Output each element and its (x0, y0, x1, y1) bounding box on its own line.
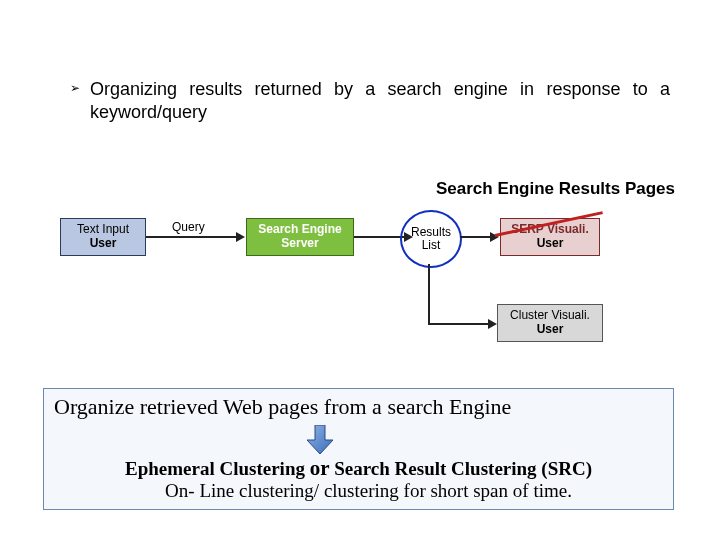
or-text: or (310, 456, 330, 480)
node-search-engine-server: Search Engine Server (246, 218, 354, 256)
summary-line-online: On- Line clustering/ clustering for shor… (44, 480, 673, 502)
summary-line-organize: Organize retrieved Web pages from a sear… (54, 394, 511, 420)
ephemeral-text-b: Search Result Clustering (SRC) (334, 458, 592, 479)
node-text-input-user: Text Input User (60, 218, 146, 256)
node-results-list: Results List (400, 210, 462, 268)
arrow-line-icon (354, 236, 404, 238)
node-label: Server (247, 237, 353, 251)
summary-line-ephemeral: Ephemeral Clustering or Search Result Cl… (44, 456, 673, 481)
node-label: Search Engine (247, 223, 353, 237)
arrow-line-icon (146, 236, 236, 238)
arrow-head-icon (488, 319, 497, 329)
flow-diagram: Text Input User Query Search Engine Serv… (60, 206, 660, 346)
svg-marker-0 (307, 425, 333, 454)
node-label: List (402, 239, 460, 252)
ephemeral-text-a: Ephemeral Clustering (125, 458, 305, 479)
serp-heading: Search Engine Results Pages (436, 179, 675, 199)
node-label: User (61, 237, 145, 251)
bullet-marker-icon: ➢ (70, 81, 80, 95)
bullet-item: ➢ Organizing results returned by a searc… (70, 78, 670, 125)
node-cluster-user: Cluster Visuali. User (497, 304, 603, 342)
arrow-head-icon (236, 232, 245, 242)
down-arrow-icon (307, 425, 333, 455)
node-label: Cluster Visuali. (498, 309, 602, 323)
node-label: User (501, 237, 599, 251)
arrow-line-icon (460, 236, 490, 238)
connector-line-icon (428, 323, 488, 325)
connector-line-icon (428, 264, 430, 323)
node-label: User (498, 323, 602, 337)
bullet-text: Organizing results returned by a search … (90, 78, 670, 125)
node-label: Text Input (61, 223, 145, 237)
arrow-label-query: Query (172, 220, 205, 234)
summary-panel: Organize retrieved Web pages from a sear… (43, 388, 674, 510)
